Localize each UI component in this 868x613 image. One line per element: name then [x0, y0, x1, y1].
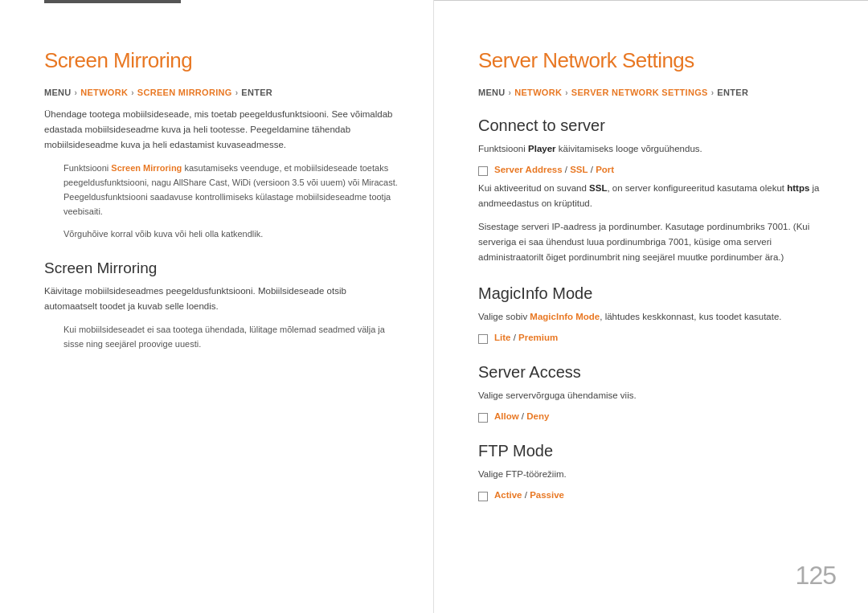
magicinfo-checkbox-label: Lite / Premium: [494, 333, 558, 342]
breadcrumb-enter: ENTER: [241, 88, 272, 97]
server-access-heading: Server Access: [478, 363, 836, 382]
right-breadcrumb-settings: Server Network Settings: [571, 88, 708, 97]
ftp-checkbox-icon: [478, 492, 488, 501]
connect-desc1: Kui aktiveeritud on suvand SSL, on serve…: [478, 181, 836, 211]
right-section-title: Server Network Settings: [478, 48, 836, 73]
right-column: Server Network Settings MENU › Network ›…: [434, 0, 868, 613]
top-divider-right: [434, 0, 868, 1]
magicinfo-intro: Valige sobiv MagicInfo Mode, lähtudes ke…: [478, 309, 836, 325]
server-access-intro: Valige servervõrguga ühendamise viis.: [478, 388, 836, 403]
ftp-checkbox-item: Active / Passive: [478, 490, 836, 501]
server-access-checkbox-label: Allow / Deny: [494, 411, 549, 421]
breadcrumb-network: Network: [80, 88, 128, 97]
connect-desc2: Sisestage serveri IP-aadress ja pordinum…: [478, 219, 836, 265]
server-access-checkbox-item: Allow / Deny: [478, 411, 836, 423]
magicinfo-heading: MagicInfo Mode: [478, 284, 836, 303]
right-breadcrumb-network: Network: [514, 88, 562, 97]
left-intro-text: Ühendage tootega mobiilsideseade, mis to…: [44, 107, 401, 153]
page-container: Screen Mirroring MENU › Network › Screen…: [0, 0, 868, 613]
ftp-heading: FTP Mode: [478, 442, 836, 460]
left-indent-text-1: Funktsiooni Screen Mirroring kasutamisek…: [63, 161, 401, 219]
left-indent-block-1: Funktsiooni Screen Mirroring kasutamisek…: [57, 161, 401, 219]
left-sub-intro: Käivitage mobiilsideseadmes peegeldusfun…: [44, 284, 401, 314]
top-accent-line: [44, 0, 181, 3]
left-sub-indent-text: Kui mobiilsideseadet ei saa tootega ühen…: [63, 322, 401, 351]
left-column: Screen Mirroring MENU › Network › Screen…: [0, 0, 434, 613]
breadcrumb-screen-mirroring: Screen Mirroring: [137, 88, 232, 97]
ftp-checkbox-label: Active / Passive: [494, 490, 564, 500]
left-breadcrumb: MENU › Network › Screen Mirroring › ENTE…: [44, 88, 401, 97]
connect-heading: Connect to server: [478, 116, 836, 135]
left-section-title: Screen Mirroring: [44, 48, 401, 73]
breadcrumb-menu: MENU: [44, 88, 72, 97]
page-number: 125: [796, 561, 836, 591]
right-breadcrumb: MENU › Network › Server Network Settings…: [478, 88, 836, 97]
connect-intro: Funktsiooni Player käivitamiseks looge v…: [478, 141, 836, 157]
connect-checkbox-item: Server Address / SSL / Port: [478, 165, 836, 176]
left-indent-text-2: Võrguhõive korral võib kuva või heli oll…: [63, 227, 401, 241]
left-sub-heading: Screen Mirroring: [44, 260, 401, 277]
magicinfo-checkbox-item: Lite / Premium: [478, 333, 836, 344]
right-breadcrumb-enter: ENTER: [717, 88, 748, 97]
ftp-intro: Valige FTP-töörežiim.: [478, 467, 836, 482]
server-access-checkbox-icon: [478, 413, 488, 423]
connect-checkbox-label: Server Address / SSL / Port: [494, 165, 614, 174]
magicinfo-checkbox-icon: [478, 334, 488, 344]
connect-checkbox-icon: [478, 166, 488, 176]
left-sub-indent: Kui mobiilsideseadet ei saa tootega ühen…: [57, 322, 401, 351]
left-indent-block-2: Võrguhõive korral võib kuva või heli oll…: [57, 227, 401, 241]
right-breadcrumb-menu: MENU: [478, 88, 506, 97]
